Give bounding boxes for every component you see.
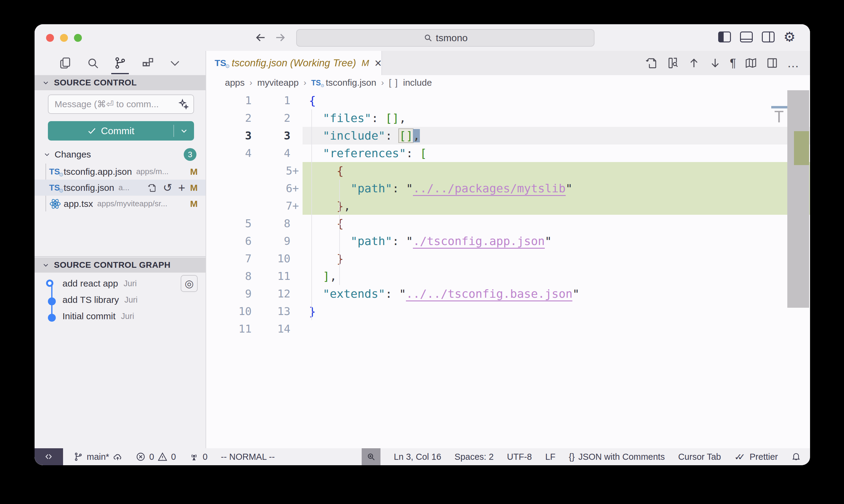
close-tab-icon[interactable]: × xyxy=(375,57,382,69)
branch-status-item[interactable]: main* xyxy=(73,452,122,462)
minimap: T xyxy=(774,109,784,125)
cursor-position-item[interactable]: Ln 3, Col 16 xyxy=(394,452,441,462)
warnings-count: 0 xyxy=(171,452,176,462)
breadcrumb-item[interactable]: apps xyxy=(225,77,245,88)
code-line[interactable]: 69 "path": "./tsconfig.app.json" xyxy=(206,232,810,250)
forward-arrow-icon[interactable] xyxy=(273,31,287,44)
toggle-panel-icon[interactable] xyxy=(740,32,753,42)
vscode-window: tsmono ⚙ SOURCE CONTROL xyxy=(35,24,810,465)
code-line[interactable]: 710 } xyxy=(206,250,810,267)
previous-change-arrow-icon[interactable] xyxy=(688,57,700,69)
tab-bar: TS⚙ tsconfig.json (Working Tree) M × ¶ … xyxy=(206,51,810,75)
eol-item[interactable]: LF xyxy=(545,452,555,462)
extensions-icon[interactable] xyxy=(141,56,155,70)
explorer-icon[interactable] xyxy=(58,56,72,70)
map-icon[interactable] xyxy=(744,57,757,69)
changed-file-row[interactable]: app.tsx apps/myviteapp/sr... M xyxy=(35,196,206,212)
whitespace-pilcrow-icon[interactable]: ¶ xyxy=(730,57,736,70)
goto-current-commit-button[interactable]: ◎ xyxy=(181,275,198,292)
code-line[interactable]: 11{ xyxy=(206,92,810,109)
code-line[interactable]: 811 ], xyxy=(206,267,810,285)
cursor-tab-item[interactable]: Cursor Tab xyxy=(678,452,721,462)
code-line[interactable]: 7+ }, xyxy=(206,197,810,215)
breadcrumb-item[interactable]: myviteapp xyxy=(257,77,299,88)
generate-commit-message-sparkle-icon[interactable] xyxy=(178,98,189,110)
close-window-button[interactable] xyxy=(46,34,54,42)
changes-label: Changes xyxy=(55,149,91,160)
breadcrumb-item[interactable]: include xyxy=(403,77,432,88)
more-views-chevron-icon[interactable] xyxy=(168,56,182,70)
command-center-search[interactable]: tsmono xyxy=(296,29,595,47)
modified-line-number: 12 xyxy=(255,285,290,303)
zoom-status-item[interactable] xyxy=(362,448,380,465)
editor-scrollbar[interactable] xyxy=(787,90,809,308)
breadcrumb-separator: › xyxy=(304,78,306,88)
search-view-icon[interactable] xyxy=(86,56,100,70)
maximize-window-button[interactable] xyxy=(74,34,82,42)
code-line[interactable]: 22 "files": [], xyxy=(206,109,810,127)
remote-indicator[interactable] xyxy=(35,448,63,465)
commit-dropdown-button[interactable] xyxy=(174,127,194,135)
ports-status-item[interactable]: 0 xyxy=(189,452,207,462)
problems-status-item[interactable]: 0 0 xyxy=(136,452,176,462)
toggle-secondary-sidebar-icon[interactable] xyxy=(762,32,775,42)
activity-bar xyxy=(35,51,206,75)
encoding-item[interactable]: UTF-8 xyxy=(507,452,532,462)
code-line[interactable]: 44 "references": [ xyxy=(206,144,810,162)
code-text: { xyxy=(309,92,316,109)
changes-header[interactable]: Changes 3 xyxy=(35,147,206,162)
code-text: "references": [ xyxy=(309,144,427,162)
title-bar: tsmono ⚙ xyxy=(35,24,810,51)
code-line[interactable]: 1013} xyxy=(206,303,810,320)
code-text: } xyxy=(309,303,316,320)
file-name: app.tsx xyxy=(64,199,93,209)
source-control-view-icon[interactable] xyxy=(113,56,127,70)
code-line[interactable]: 33 "include": [], xyxy=(206,127,810,144)
language-mode-item[interactable]: {} JSON with Comments xyxy=(569,452,665,462)
file-path: apps/myviteapp/sr... xyxy=(97,199,190,209)
git-branch-icon xyxy=(73,452,83,462)
formatter-item[interactable]: ✓✓ Prettier xyxy=(734,452,778,462)
minimize-window-button[interactable] xyxy=(60,34,68,42)
discard-changes-icon[interactable]: ↺ xyxy=(163,183,172,192)
back-arrow-icon[interactable] xyxy=(254,31,268,44)
toggle-primary-sidebar-icon[interactable] xyxy=(718,32,731,42)
source-control-graph-header[interactable]: SOURCE CONTROL GRAPH xyxy=(35,257,206,273)
source-control-section-header[interactable]: SOURCE CONTROL xyxy=(35,75,206,90)
modified-badge: M xyxy=(190,167,198,177)
open-file-icon[interactable] xyxy=(147,183,157,193)
stage-changes-icon[interactable]: + xyxy=(178,183,185,192)
open-changes-icon[interactable] xyxy=(645,57,658,69)
code-line[interactable]: 912 "extends": "../../tsconfig.base.json… xyxy=(206,285,810,303)
split-editor-icon[interactable] xyxy=(766,57,778,69)
changed-file-row[interactable]: TS⚙ tsconfig.app.json apps/m... M xyxy=(35,164,206,180)
next-change-arrow-icon[interactable] xyxy=(709,57,722,69)
code-line[interactable]: 6+ "path": "../../packages/mytslib" xyxy=(206,180,810,197)
commit-row[interactable]: Initial commit Juri xyxy=(35,308,206,324)
commit-message-input[interactable] xyxy=(49,99,178,109)
settings-gear-icon[interactable]: ⚙ xyxy=(784,31,795,43)
code-editor[interactable]: 11{22 "files": [],33 "include": [],44 "r… xyxy=(206,90,810,448)
commit-row[interactable]: add TS library Juri xyxy=(35,292,206,308)
notifications-bell-icon[interactable] xyxy=(791,452,801,462)
breadcrumb-item[interactable]: tsconfig.json xyxy=(326,77,376,88)
code-line[interactable]: 1114 xyxy=(206,320,810,338)
search-value: tsmono xyxy=(436,32,468,43)
code-text: } xyxy=(309,250,344,267)
changed-file-row[interactable]: TS⚙ tsconfig.json a... ↺ + M xyxy=(35,180,206,196)
tab-tsconfig-working-tree[interactable]: TS⚙ tsconfig.json (Working Tree) M × xyxy=(206,51,382,75)
errors-icon xyxy=(136,452,145,462)
inline-view-icon[interactable] xyxy=(666,57,679,69)
modified-line-number: 9 xyxy=(255,232,290,250)
commit-button[interactable]: Commit xyxy=(48,121,194,141)
file-path: apps/m... xyxy=(136,167,190,176)
original-line-number: 4 xyxy=(206,144,252,162)
ts-file-icon: TS⚙ xyxy=(311,78,321,87)
commit-row[interactable]: add react app Juri ◎ xyxy=(35,275,206,292)
code-line[interactable]: 5+ { xyxy=(206,162,810,180)
code-line[interactable]: 58 { xyxy=(206,215,810,232)
indentation-item[interactable]: Spaces: 2 xyxy=(454,452,494,462)
more-actions-ellipsis-icon[interactable]: … xyxy=(787,56,800,70)
ts-file-icon: TS⚙ xyxy=(49,183,60,193)
breadcrumb[interactable]: apps › myviteapp › TS⚙ tsconfig.json › [… xyxy=(206,75,810,90)
